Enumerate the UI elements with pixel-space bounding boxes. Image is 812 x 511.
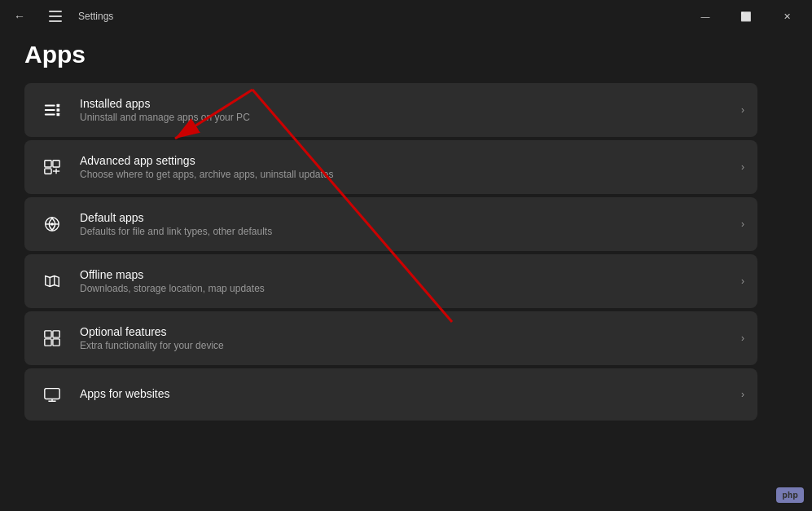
- window-controls: — ⬜ ✕: [687, 3, 805, 29]
- svg-rect-4: [57, 108, 60, 112]
- advanced-app-settings-chevron: ›: [741, 161, 744, 173]
- apps-for-websites-text: Apps for websites: [80, 387, 735, 402]
- apps-for-websites-title: Apps for websites: [80, 387, 735, 400]
- svg-rect-19: [53, 339, 59, 346]
- optional-features-title: Optional features: [80, 325, 735, 338]
- offline-maps-item[interactable]: Offline maps Downloads, storage location…: [24, 254, 757, 308]
- advanced-app-settings-title: Advanced app settings: [80, 154, 735, 167]
- advanced-settings-icon: [37, 152, 67, 182]
- apps-for-websites-item[interactable]: Apps for websites ›: [24, 368, 757, 421]
- close-button[interactable]: ✕: [768, 3, 805, 29]
- default-apps-title: Default apps: [80, 211, 735, 224]
- optional-features-text: Optional features Extra functionality fo…: [80, 325, 735, 351]
- svg-rect-1: [45, 109, 55, 111]
- svg-rect-5: [57, 113, 60, 117]
- default-apps-subtitle: Defaults for file and link types, other …: [80, 226, 735, 237]
- svg-rect-17: [53, 331, 59, 337]
- optional-features-subtitle: Extra functionality for your device: [80, 340, 735, 351]
- apps-for-websites-chevron: ›: [741, 389, 744, 400]
- maximize-button[interactable]: ⬜: [727, 3, 765, 29]
- optional-features-item[interactable]: Optional features Extra functionality fo…: [24, 311, 757, 365]
- settings-list: Installed apps Uninstall and manage apps…: [24, 83, 757, 421]
- offline-maps-subtitle: Downloads, storage location, map updates: [80, 283, 735, 294]
- installed-apps-chevron: ›: [741, 104, 744, 116]
- apps-for-websites-icon: [37, 380, 67, 409]
- hamburger-menu[interactable]: [42, 3, 68, 29]
- title-bar-left: ← Settings: [7, 3, 113, 29]
- installed-apps-subtitle: Uninstall and manage apps on your PC: [80, 112, 735, 123]
- advanced-app-settings-item[interactable]: Advanced app settings Choose where to ge…: [24, 140, 757, 194]
- optional-features-chevron: ›: [741, 333, 744, 344]
- svg-rect-8: [45, 169, 51, 174]
- svg-rect-3: [57, 104, 60, 108]
- offline-maps-chevron: ›: [741, 275, 744, 287]
- svg-rect-2: [45, 114, 55, 116]
- page-title: Apps: [24, 41, 757, 68]
- php-badge: php: [776, 487, 804, 503]
- minimize-button[interactable]: —: [687, 3, 724, 29]
- advanced-app-settings-subtitle: Choose where to get apps, archive apps, …: [80, 169, 735, 180]
- svg-rect-7: [53, 161, 59, 167]
- window-title: Settings: [78, 11, 113, 22]
- svg-rect-16: [45, 331, 51, 337]
- title-bar: ← Settings — ⬜ ✕: [0, 0, 812, 33]
- svg-rect-18: [45, 339, 51, 346]
- installed-apps-item[interactable]: Installed apps Uninstall and manage apps…: [24, 83, 757, 137]
- optional-features-icon: [37, 324, 67, 353]
- offline-maps-title: Offline maps: [80, 268, 735, 281]
- installed-apps-title: Installed apps: [80, 97, 735, 110]
- offline-maps-icon: [37, 267, 67, 296]
- svg-rect-20: [45, 389, 59, 399]
- default-apps-item[interactable]: Default apps Defaults for file and link …: [24, 197, 757, 251]
- advanced-app-settings-text: Advanced app settings Choose where to ge…: [80, 154, 735, 180]
- back-button[interactable]: ←: [7, 3, 33, 29]
- svg-rect-6: [45, 161, 51, 167]
- main-content: Apps Installed apps Uninstall and manage…: [0, 33, 782, 429]
- installed-apps-icon: [37, 95, 67, 125]
- svg-point-13: [50, 222, 54, 226]
- default-apps-text: Default apps Defaults for file and link …: [80, 211, 735, 237]
- default-apps-icon: [37, 209, 67, 239]
- offline-maps-text: Offline maps Downloads, storage location…: [80, 268, 735, 294]
- default-apps-chevron: ›: [741, 218, 744, 230]
- installed-apps-text: Installed apps Uninstall and manage apps…: [80, 97, 735, 123]
- svg-rect-0: [45, 105, 55, 107]
